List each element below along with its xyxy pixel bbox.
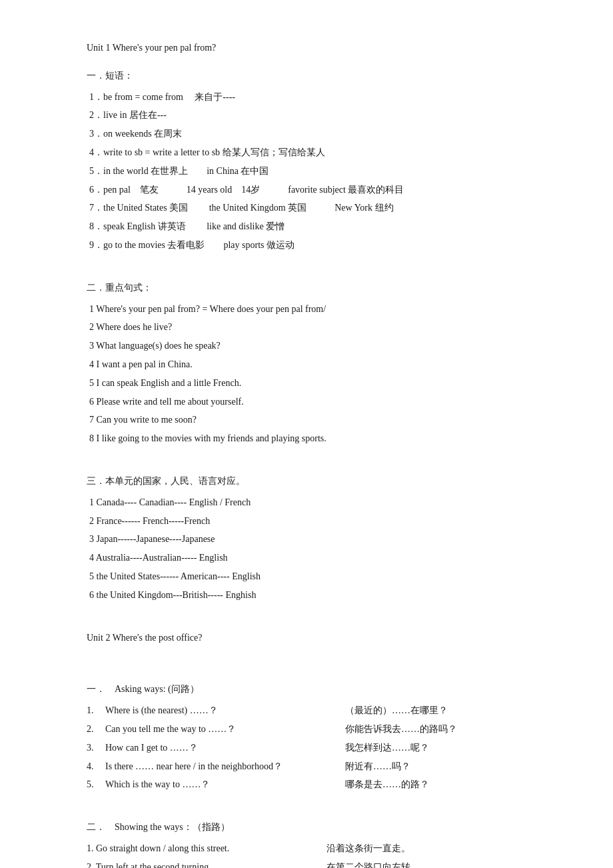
unit1-title: Unit 1 Where's your pen pal from? [87,40,546,56]
unit2-section1-items: 1. Where is (the nearest) ……？ （最近的）……在哪里… [87,703,546,793]
list-item: 8．speak English 讲英语 like and dislike 爱憎 [87,219,546,235]
list-item: 1 Canada---- Canadian---- English / Fren… [87,495,546,511]
list-item: 4 I want a pen pal in China. [87,357,546,373]
list-item: 3. How can I get to ……？ 我怎样到达……呢？ [87,740,546,756]
list-item: 5．in the world 在世界上 in China 在中国 [87,163,546,179]
list-item: 5 the United States------ American---- E… [87,569,546,585]
list-item: 1．be from = come from 来自于---- [87,89,546,105]
section2-items: 1 Where's your pen pal from? = Where doe… [87,301,546,447]
unit2-section2-items: 1. Go straight down / along this street.… [87,841,546,868]
list-item: 1. Where is (the nearest) ……？ （最近的）……在哪里… [87,703,546,719]
list-item: 1. Go straight down / along this street.… [87,841,546,857]
list-item: 2 Where does he live? [87,319,546,335]
list-item: 5 I can speak English and a little Frenc… [87,375,546,391]
list-item: 4 Australia----Australian----- English [87,550,546,566]
list-item: 2 France------ French-----French [87,513,546,529]
unit2-title: Unit 2 Where's the post office? [87,630,546,646]
list-item: 3 What language(s) does he speak? [87,338,546,354]
section1-items: 1．be from = come from 来自于---- 2．live in … [87,89,546,253]
unit2-section2-title: 二． Showing the ways：（指路） [87,819,546,835]
list-item: 6 the United Kingdom---British----- Engh… [87,587,546,603]
list-item: 4. Is there …… near here / in the neighb… [87,759,546,775]
list-item: 7．the United States 美国 the United Kingdo… [87,200,546,216]
list-item: 7 Can you write to me soon? [87,412,546,428]
section3-items: 1 Canada---- Canadian---- English / Fren… [87,495,546,603]
list-item: 2．live in 居住在--- [87,107,546,123]
list-item: 8 I like going to the movies with my fri… [87,431,546,447]
list-item: 3．on weekends 在周末 [87,126,546,142]
section2-title: 二．重点句式： [87,280,546,296]
list-item: 3 Japan------Japanese----Japanese [87,531,546,547]
section1-title: 一．短语： [87,68,546,84]
list-item: 4．write to sb = write a letter to sb 给某人… [87,145,546,161]
unit2-section1-title: 一． Asking ways: (问路） [87,681,546,697]
list-item: 1 Where's your pen pal from? = Where doe… [87,301,546,317]
list-item: 2. Turn left at the second turning. 在第二个… [87,859,546,868]
list-item: 9．go to the movies 去看电影 play sports 做运动 [87,237,546,253]
section3-title: 三．本单元的国家，人民、语言对应。 [87,473,546,489]
list-item: 6 Please write and tell me about yoursel… [87,394,546,410]
list-item: 2. Can you tell me the way to ……？ 你能告诉我去… [87,721,546,737]
list-item: 5. Which is the way to ……？ 哪条是去……的路？ [87,777,546,793]
list-item: 6．pen pal 笔友 14 years old 14岁 favorite s… [87,182,546,198]
